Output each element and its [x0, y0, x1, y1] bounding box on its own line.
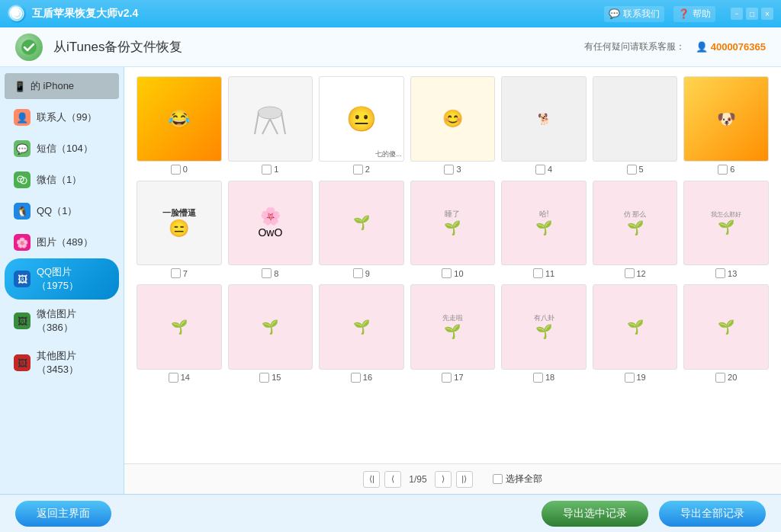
image-thumb-1[interactable]: [228, 76, 313, 162]
sidebar-item-qq-photos[interactable]: 🖼 QQ图片（1975）: [5, 258, 119, 300]
image-label-4: 4: [535, 165, 552, 175]
image-label-20: 20: [715, 373, 737, 383]
image-label-7: 7: [171, 268, 188, 278]
image-thumb-12[interactable]: 仿 那么🌱: [593, 181, 678, 266]
image-thumb-17[interactable]: 先走啦🌱: [410, 284, 496, 370]
checkbox-7[interactable]: [171, 268, 181, 278]
prev-page-button[interactable]: ⟨: [384, 471, 401, 488]
image-thumb-8[interactable]: 🌸 OwO: [228, 181, 313, 266]
sidebar-item-wechat[interactable]: 微信（1）: [5, 165, 119, 195]
page-info: 1/95: [409, 474, 426, 485]
next-page-button[interactable]: ⟩: [435, 471, 452, 488]
checkbox-11[interactable]: [533, 268, 543, 278]
image-label-10: 10: [442, 268, 463, 278]
checkbox-15[interactable]: [259, 373, 269, 383]
last-page-button[interactable]: |⟩: [456, 471, 473, 488]
image-label-1: 1: [262, 165, 278, 175]
svg-line-9: [255, 113, 259, 134]
bottom-bar: 返回主界面 导出选中记录 导出全部记录: [0, 494, 781, 532]
qq-photos-icon: 🖼: [14, 271, 31, 287]
breadcrumb-icon: [15, 34, 43, 61]
checkbox-10[interactable]: [442, 268, 452, 278]
image-thumb-16[interactable]: 🌱: [319, 284, 404, 370]
back-button[interactable]: 返回主界面: [15, 501, 111, 527]
checkbox-19[interactable]: [625, 373, 635, 383]
checkbox-8[interactable]: [262, 268, 272, 278]
image-label-15: 15: [259, 373, 281, 383]
svg-line-11: [262, 119, 270, 134]
checkbox-14[interactable]: [169, 373, 178, 383]
close-button[interactable]: ×: [761, 8, 773, 20]
list-item: 🌸 OwO 8: [228, 181, 313, 279]
sidebar-item-wechat-photos[interactable]: 🖼 微信图片（386）: [5, 300, 119, 341]
image-thumb-7[interactable]: 一脸懵逼 😑: [137, 181, 222, 266]
restore-button[interactable]: □: [746, 8, 758, 20]
checkbox-1[interactable]: [262, 165, 272, 175]
image-thumb-18[interactable]: 有八卦🌱: [501, 284, 587, 370]
sidebar-item-qq[interactable]: 🐧 QQ（1）: [5, 196, 119, 226]
select-all-checkbox[interactable]: [493, 474, 503, 484]
checkbox-20[interactable]: [715, 373, 725, 383]
image-thumb-0[interactable]: 😂: [137, 76, 222, 162]
checkbox-2[interactable]: [353, 165, 363, 175]
first-page-button[interactable]: ⟨|: [363, 471, 380, 488]
checkbox-6[interactable]: [718, 165, 728, 175]
wechat-photos-icon: 🖼: [14, 312, 31, 329]
image-thumb-2[interactable]: 😐 七的傻...: [319, 76, 404, 162]
sidebar-item-contacts[interactable]: 👤 联系人（99）: [5, 102, 119, 133]
checkbox-5[interactable]: [627, 165, 637, 175]
image-thumb-11[interactable]: 哈!🌱: [501, 181, 587, 266]
image-label-5: 5: [627, 165, 644, 175]
svg-point-2: [14, 11, 19, 16]
image-thumb-13[interactable]: 我怎么那好🌱: [683, 181, 769, 266]
list-item: 先走啦🌱 17: [410, 284, 496, 383]
sidebar-item-other-photos[interactable]: 🖼 其他图片（3453）: [5, 342, 119, 383]
image-label-0: 0: [171, 165, 188, 175]
checkbox-4[interactable]: [535, 165, 545, 175]
image-thumb-10[interactable]: 睡了🌱: [410, 181, 496, 266]
breadcrumb-bar: 从iTunes备份文件恢复 有任何疑问请联系客服： 👤 4000076365: [0, 27, 781, 67]
image-thumb-20[interactable]: 🌱: [683, 284, 769, 370]
image-label-9: 9: [353, 268, 370, 278]
export-all-button[interactable]: 导出全部记录: [659, 501, 766, 527]
list-item: 仿 那么🌱 12: [593, 181, 678, 279]
checkbox-17[interactable]: [442, 373, 452, 383]
image-thumb-3[interactable]: 😊: [410, 76, 496, 162]
image-thumb-14[interactable]: 🌱: [137, 284, 222, 370]
help-btn[interactable]: ❓ 帮助: [673, 6, 715, 22]
checkbox-3[interactable]: [444, 165, 454, 175]
image-thumb-15[interactable]: 🌱: [228, 284, 313, 370]
sidebar-item-sms[interactable]: 💬 短信（104）: [5, 133, 119, 164]
checkbox-12[interactable]: [625, 268, 635, 278]
checkbox-13[interactable]: [715, 268, 725, 278]
export-selected-button[interactable]: 导出选中记录: [542, 501, 648, 527]
checkbox-9[interactable]: [353, 268, 363, 278]
minimize-button[interactable]: －: [731, 8, 743, 20]
image-thumb-5[interactable]: [593, 76, 678, 162]
image-label-17: 17: [442, 373, 463, 383]
list-item: 🐶 6: [683, 76, 769, 175]
svg-point-8: [258, 107, 282, 119]
contact-btn[interactable]: 💬 联系我们: [604, 6, 664, 22]
photos-icon: 🌸: [14, 234, 31, 251]
device-item[interactable]: 📱 的 iPhone: [5, 73, 119, 99]
list-item: 🌱 14: [137, 284, 222, 383]
iphone-icon: 📱: [14, 81, 26, 92]
content-area: 😂 0 1 😐 七的傻...: [124, 67, 781, 494]
image-thumb-19[interactable]: 🌱: [593, 284, 678, 370]
header-buttons: 💬 联系我们 ❓ 帮助 － □ ×: [604, 6, 773, 22]
checkbox-18[interactable]: [533, 373, 543, 383]
list-item: 哈!🌱 11: [501, 181, 587, 279]
image-thumb-6[interactable]: 🐶: [683, 76, 769, 162]
other-photos-icon: 🖼: [14, 354, 31, 371]
support-text: 有任何疑问请联系客服：: [584, 40, 685, 53]
image-thumb-4[interactable]: 🐕: [501, 76, 587, 162]
image-thumb-9[interactable]: 🌱: [319, 181, 404, 266]
list-item: 😐 七的傻... 2: [319, 76, 404, 175]
sidebar-item-photos[interactable]: 🌸 图片（489）: [5, 227, 119, 258]
checkbox-0[interactable]: [171, 165, 181, 175]
select-all-label[interactable]: 选择全部: [493, 473, 542, 486]
list-item: 🌱 9: [319, 181, 404, 279]
checkbox-16[interactable]: [351, 373, 361, 383]
image-label-14: 14: [169, 373, 190, 383]
